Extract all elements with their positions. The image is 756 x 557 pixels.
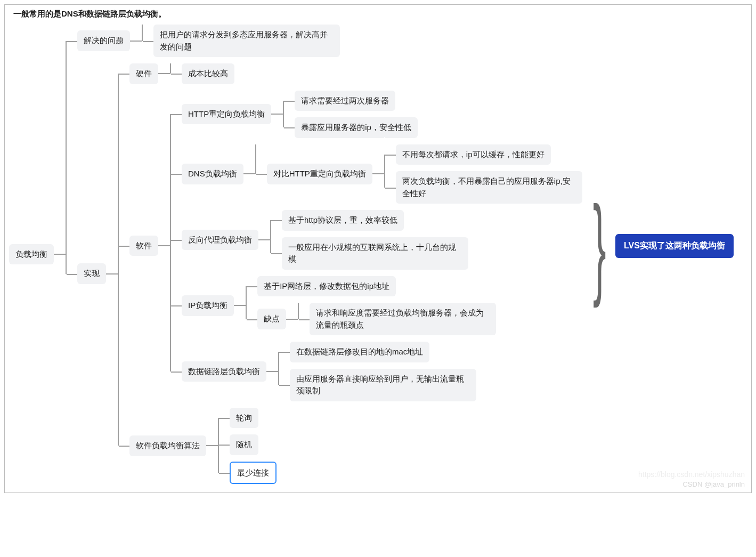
node-reverse-proxy[interactable]: 反向代理负载均衡 [182,230,258,251]
root-node[interactable]: 负载均衡 [9,244,54,265]
watermark-url: https://blog.csdn.net/xipshuzhan [638,470,745,479]
mindmap-root-row: 负载均衡 解决的问题 把用户的请求分发到多态应用服务器，解决高并发的问题 实现 [9,25,747,484]
branch-solve-problem: 解决的问题 把用户的请求分发到多态应用服务器，解决高并发的问题 [77,25,734,57]
connector [234,305,246,306]
node-dns-p2[interactable]: 两次负载均衡，不用暴露自己的应用服务器ip,安全性好 [396,171,582,204]
branch-ip-drawback: 缺点 请求和响应度需要经过负载均衡服务器，会成为流量的瓶颈点 [257,303,496,335]
impl-children: 硬件 成本比较高 软件 [118,63,734,484]
ip-drawback-children: 请求和响应度需要经过负载均衡服务器，会成为流量的瓶颈点 [298,303,496,335]
node-algo-1[interactable]: 随机 [230,434,258,455]
node-software[interactable]: 软件 [129,236,158,256]
node-rp-p2[interactable]: 一般应用在小规模的互联网系统上，十几台的规模 [282,237,468,270]
connector [54,254,66,255]
connector [372,173,384,174]
node-ip-p1[interactable]: 基于IP网络层，修改数据包的ip地址 [257,276,396,297]
algo-children: 轮询 随机 最少连接 [218,408,277,485]
branch-software: 软件 HTTP重定向负载均衡 请求需要经过两次服务器 [129,91,734,401]
brace-icon: } [593,204,606,288]
branch-reverse-proxy: 反向代理负载均衡 基于http协议层，重，效率较低 一般应用在小规模的互联网系统… [182,210,582,270]
connector [243,173,255,174]
connector [206,445,218,446]
http-redirect-children: 请求需要经过两次服务器 暴露应用服务器的ip，安全性低 [283,91,418,138]
node-http-p2[interactable]: 暴露应用服务器的ip，安全性低 [295,117,418,138]
branch-http-redirect: HTTP重定向负载均衡 请求需要经过两次服务器 暴露应用服务器的ip，安全性低 [182,91,582,138]
node-hardware-desc[interactable]: 成本比较高 [182,63,234,84]
branch-hardware-desc: 成本比较高 [182,63,234,84]
branch-hardware: 硬件 成本比较高 [129,63,734,84]
node-algo-0[interactable]: 轮询 [230,408,258,429]
solve-problem-children: 把用户的请求分发到多态应用服务器，解决高并发的问题 [142,25,340,57]
mindmap-frame: 一般常用的是DNS和数据链路层负载均衡。 负载均衡 解决的问题 把用户的请求分发… [4,4,752,493]
branch-solve-desc: 把用户的请求分发到多态应用服务器，解决高并发的问题 [153,25,340,57]
reverse-proxy-children: 基于http协议层，重，效率较低 一般应用在小规模的互联网系统上，十几台的规模 [270,210,468,270]
connector [286,319,298,320]
dns-compare-children: 不用每次都请求，ip可以缓存，性能更好 两次负载均衡，不用暴露自己的应用服务器i… [384,144,582,204]
node-http-redirect[interactable]: HTTP重定向负载均衡 [182,104,271,125]
node-datalink[interactable]: 数据链路层负载均衡 [182,361,266,382]
node-dns-compare[interactable]: 对比HTTP重定向负载均衡 [267,164,372,184]
connector [258,239,270,240]
node-ip[interactable]: IP负载均衡 [182,295,234,316]
connector [106,273,118,275]
node-dns-p1[interactable]: 不用每次都请求，ip可以缓存，性能更好 [396,144,551,165]
connector [266,371,278,372]
branch-datalink: 数据链路层负载均衡 在数据链路层修改目的地的mac地址 由应用服务器直接响应给到… [182,342,582,401]
callout-lvs[interactable]: LVS实现了这两种负载均衡 [615,234,734,258]
callout-group: } LVS实现了这两种负载均衡 [593,204,734,288]
datalink-children: 在数据链路层修改目的地的mac地址 由应用服务器直接响应给到用户，无输出流量瓶颈… [278,342,476,401]
connector [158,73,170,74]
watermark-text: CSDN @java_prinln [682,480,745,488]
node-http-p1[interactable]: 请求需要经过两次服务器 [295,91,395,111]
branch-impl: 实现 硬件 成本比较高 软件 [77,63,734,484]
node-hardware[interactable]: 硬件 [129,63,158,84]
node-impl[interactable]: 实现 [77,263,106,284]
node-algo-2-selected[interactable]: 最少连接 [230,462,277,485]
node-ip-drawback-label[interactable]: 缺点 [257,309,286,329]
hardware-children: 成本比较高 [170,63,234,84]
branch-dns-compare: 对比HTTP重定向负载均衡 不用每次都请求，ip可以缓存，性能更好 两次负载均衡… [267,144,582,204]
connector [130,41,142,42]
ip-children: 基于IP网络层，修改数据包的ip地址 缺点 请求和响应度需要经过负载均衡服务器，… [246,276,496,336]
node-dl-p1[interactable]: 在数据链路层修改目的地的mac地址 [290,342,429,362]
connector [271,114,283,115]
page-heading: 一般常用的是DNS和数据链路层负载均衡。 [13,9,747,19]
node-rp-p1[interactable]: 基于http协议层，重，效率较低 [282,210,404,231]
branch-ip: IP负载均衡 基于IP网络层，修改数据包的ip地址 缺点 [182,276,582,336]
node-dl-p2[interactable]: 由应用服务器直接响应给到用户，无输出流量瓶颈限制 [290,369,476,401]
node-algo[interactable]: 软件负载均衡算法 [129,435,206,456]
node-solve-desc[interactable]: 把用户的请求分发到多态应用服务器，解决高并发的问题 [153,25,340,57]
root-children: 解决的问题 把用户的请求分发到多态应用服务器，解决高并发的问题 实现 硬件 [66,25,734,484]
node-ip-drawback-desc[interactable]: 请求和响应度需要经过负载均衡服务器，会成为流量的瓶颈点 [310,303,496,335]
connector [158,245,170,246]
branch-dns: DNS负载均衡 对比HTTP重定向负载均衡 不用每次都请求，ip可以缓存，性能更… [182,144,582,204]
node-dns[interactable]: DNS负载均衡 [182,164,243,184]
dns-children: 对比HTTP重定向负载均衡 不用每次都请求，ip可以缓存，性能更好 两次负载均衡… [255,144,582,204]
software-children: HTTP重定向负载均衡 请求需要经过两次服务器 暴露应用服务器的ip，安全性低 [170,91,582,401]
node-solve-problem[interactable]: 解决的问题 [77,30,130,51]
